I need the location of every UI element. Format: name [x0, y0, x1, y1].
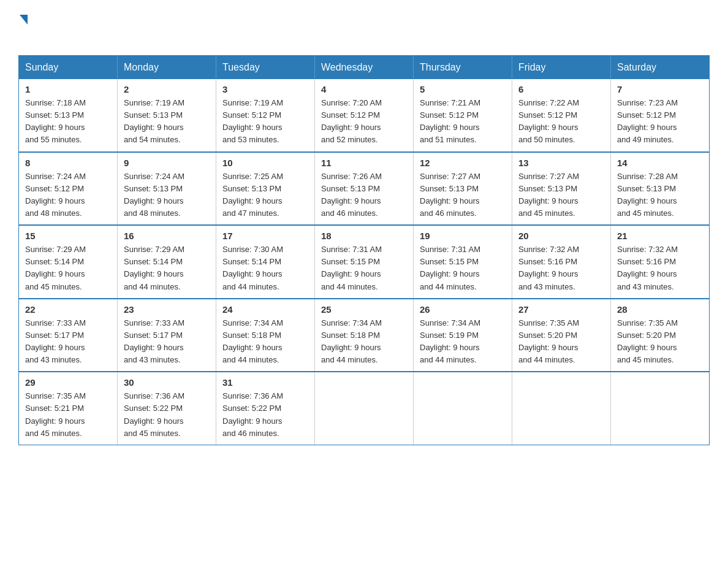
day-info: Sunrise: 7:34 AMSunset: 5:18 PMDaylight:…: [222, 317, 308, 367]
day-info: Sunrise: 7:18 AMSunset: 5:13 PMDaylight:…: [25, 97, 111, 147]
day-info: Sunrise: 7:25 AMSunset: 5:13 PMDaylight:…: [222, 170, 308, 220]
calendar-cell: 6 Sunrise: 7:22 AMSunset: 5:12 PMDayligh…: [512, 79, 611, 152]
day-info: Sunrise: 7:33 AMSunset: 5:17 PMDaylight:…: [25, 317, 111, 367]
column-header-tuesday: Tuesday: [216, 56, 315, 80]
column-header-monday: Monday: [118, 56, 216, 80]
day-number: 4: [321, 84, 407, 94]
day-info: Sunrise: 7:35 AMSunset: 5:21 PMDaylight:…: [25, 390, 111, 440]
day-number: 23: [124, 304, 210, 315]
calendar-cell: 12 Sunrise: 7:27 AMSunset: 5:13 PMDaylig…: [414, 152, 512, 226]
column-header-wednesday: Wednesday: [315, 56, 414, 80]
day-info: Sunrise: 7:27 AMSunset: 5:13 PMDaylight:…: [420, 170, 506, 220]
day-number: 17: [222, 231, 308, 241]
calendar-cell: 18 Sunrise: 7:31 AMSunset: 5:15 PMDaylig…: [315, 225, 414, 299]
day-info: Sunrise: 7:24 AMSunset: 5:13 PMDaylight:…: [124, 170, 210, 220]
calendar-cell: 26 Sunrise: 7:34 AMSunset: 5:19 PMDaylig…: [414, 299, 512, 372]
day-info: Sunrise: 7:27 AMSunset: 5:13 PMDaylight:…: [518, 170, 604, 220]
day-info: Sunrise: 7:34 AMSunset: 5:19 PMDaylight:…: [420, 317, 506, 367]
calendar-cell: 22 Sunrise: 7:33 AMSunset: 5:17 PMDaylig…: [19, 299, 118, 372]
column-header-sunday: Sunday: [19, 56, 118, 80]
calendar-cell: 9 Sunrise: 7:24 AMSunset: 5:13 PMDayligh…: [118, 152, 216, 226]
day-info: Sunrise: 7:34 AMSunset: 5:18 PMDaylight:…: [321, 317, 407, 367]
calendar-week-row: 1 Sunrise: 7:18 AMSunset: 5:13 PMDayligh…: [19, 79, 710, 152]
calendar-cell: 13 Sunrise: 7:27 AMSunset: 5:13 PMDaylig…: [512, 152, 611, 226]
day-info: Sunrise: 7:19 AMSunset: 5:12 PMDaylight:…: [222, 97, 308, 147]
day-number: 19: [420, 231, 506, 241]
header: [18, 12, 710, 44]
logo-arrow-icon: [20, 15, 28, 25]
calendar-cell: 29 Sunrise: 7:35 AMSunset: 5:21 PMDaylig…: [19, 372, 118, 445]
calendar-cell: 14 Sunrise: 7:28 AMSunset: 5:13 PMDaylig…: [611, 152, 710, 226]
day-number: 13: [518, 158, 604, 168]
day-number: 3: [222, 84, 308, 94]
calendar-cell: 30 Sunrise: 7:36 AMSunset: 5:22 PMDaylig…: [118, 372, 216, 445]
day-info: Sunrise: 7:35 AMSunset: 5:20 PMDaylight:…: [518, 317, 604, 367]
calendar-cell: 10 Sunrise: 7:25 AMSunset: 5:13 PMDaylig…: [216, 152, 315, 226]
calendar-week-row: 29 Sunrise: 7:35 AMSunset: 5:21 PMDaylig…: [19, 372, 710, 445]
day-info: Sunrise: 7:20 AMSunset: 5:12 PMDaylight:…: [321, 97, 407, 147]
day-info: Sunrise: 7:32 AMSunset: 5:16 PMDaylight:…: [617, 243, 703, 293]
day-number: 20: [518, 231, 604, 241]
day-number: 14: [617, 158, 703, 168]
calendar-cell: [512, 372, 611, 445]
day-number: 11: [321, 158, 407, 168]
day-info: Sunrise: 7:31 AMSunset: 5:15 PMDaylight:…: [420, 243, 506, 293]
calendar-cell: 25 Sunrise: 7:34 AMSunset: 5:18 PMDaylig…: [315, 299, 414, 372]
calendar-cell: [414, 372, 512, 445]
day-number: 1: [25, 84, 111, 94]
day-number: 16: [124, 231, 210, 241]
calendar-week-row: 15 Sunrise: 7:29 AMSunset: 5:14 PMDaylig…: [19, 225, 710, 299]
day-number: 5: [420, 84, 506, 94]
day-info: Sunrise: 7:26 AMSunset: 5:13 PMDaylight:…: [321, 170, 407, 220]
day-number: 26: [420, 304, 506, 315]
calendar-cell: [611, 372, 710, 445]
day-number: 25: [321, 304, 407, 315]
day-number: 30: [124, 377, 210, 388]
day-number: 15: [25, 231, 111, 241]
day-info: Sunrise: 7:24 AMSunset: 5:12 PMDaylight:…: [25, 170, 111, 220]
calendar-week-row: 22 Sunrise: 7:33 AMSunset: 5:17 PMDaylig…: [19, 299, 710, 372]
day-info: Sunrise: 7:30 AMSunset: 5:14 PMDaylight:…: [222, 243, 308, 293]
day-info: Sunrise: 7:35 AMSunset: 5:20 PMDaylight:…: [617, 317, 703, 367]
calendar-cell: 15 Sunrise: 7:29 AMSunset: 5:14 PMDaylig…: [19, 225, 118, 299]
calendar-cell: 28 Sunrise: 7:35 AMSunset: 5:20 PMDaylig…: [611, 299, 710, 372]
calendar-cell: 31 Sunrise: 7:36 AMSunset: 5:22 PMDaylig…: [216, 372, 315, 445]
day-info: Sunrise: 7:33 AMSunset: 5:17 PMDaylight:…: [124, 317, 210, 367]
day-number: 28: [617, 304, 703, 315]
day-info: Sunrise: 7:28 AMSunset: 5:13 PMDaylight:…: [617, 170, 703, 220]
day-number: 8: [25, 158, 111, 168]
calendar-cell: 2 Sunrise: 7:19 AMSunset: 5:13 PMDayligh…: [118, 79, 216, 152]
calendar-cell: 21 Sunrise: 7:32 AMSunset: 5:16 PMDaylig…: [611, 225, 710, 299]
calendar-cell: 8 Sunrise: 7:24 AMSunset: 5:12 PMDayligh…: [19, 152, 118, 226]
day-info: Sunrise: 7:36 AMSunset: 5:22 PMDaylight:…: [222, 390, 308, 440]
logo: [18, 12, 28, 44]
calendar-table: SundayMondayTuesdayWednesdayThursdayFrid…: [18, 55, 710, 445]
calendar-cell: 24 Sunrise: 7:34 AMSunset: 5:18 PMDaylig…: [216, 299, 315, 372]
day-info: Sunrise: 7:23 AMSunset: 5:12 PMDaylight:…: [617, 97, 703, 147]
day-info: Sunrise: 7:22 AMSunset: 5:12 PMDaylight:…: [518, 97, 604, 147]
day-number: 29: [25, 377, 111, 388]
calendar-cell: 19 Sunrise: 7:31 AMSunset: 5:15 PMDaylig…: [414, 225, 512, 299]
calendar-cell: 4 Sunrise: 7:20 AMSunset: 5:12 PMDayligh…: [315, 79, 414, 152]
calendar-week-row: 8 Sunrise: 7:24 AMSunset: 5:12 PMDayligh…: [19, 152, 710, 226]
calendar-cell: 17 Sunrise: 7:30 AMSunset: 5:14 PMDaylig…: [216, 225, 315, 299]
calendar-cell: 3 Sunrise: 7:19 AMSunset: 5:12 PMDayligh…: [216, 79, 315, 152]
column-header-thursday: Thursday: [414, 56, 512, 80]
day-number: 31: [222, 377, 308, 388]
calendar-cell: 7 Sunrise: 7:23 AMSunset: 5:12 PMDayligh…: [611, 79, 710, 152]
column-header-friday: Friday: [512, 56, 611, 80]
day-number: 6: [518, 84, 604, 94]
calendar-cell: 5 Sunrise: 7:21 AMSunset: 5:12 PMDayligh…: [414, 79, 512, 152]
day-info: Sunrise: 7:29 AMSunset: 5:14 PMDaylight:…: [25, 243, 111, 293]
day-number: 7: [617, 84, 703, 94]
day-number: 21: [617, 231, 703, 241]
day-number: 2: [124, 84, 210, 94]
calendar-cell: 23 Sunrise: 7:33 AMSunset: 5:17 PMDaylig…: [118, 299, 216, 372]
calendar-cell: 11 Sunrise: 7:26 AMSunset: 5:13 PMDaylig…: [315, 152, 414, 226]
day-number: 18: [321, 231, 407, 241]
day-info: Sunrise: 7:36 AMSunset: 5:22 PMDaylight:…: [124, 390, 210, 440]
day-number: 10: [222, 158, 308, 168]
day-info: Sunrise: 7:31 AMSunset: 5:15 PMDaylight:…: [321, 243, 407, 293]
day-number: 9: [124, 158, 210, 168]
column-header-saturday: Saturday: [611, 56, 710, 80]
